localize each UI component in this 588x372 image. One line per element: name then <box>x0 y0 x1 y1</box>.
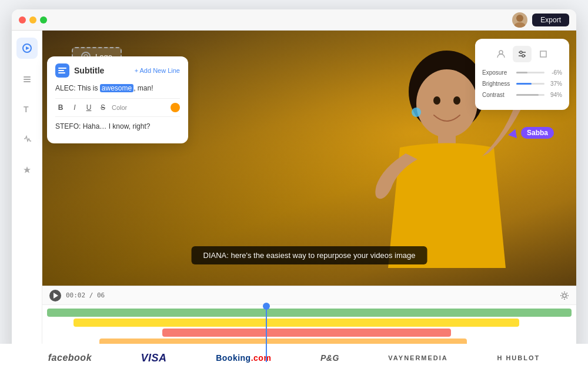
sabba-cursor-label: Sabba <box>521 127 554 139</box>
svg-point-9 <box>416 69 477 138</box>
sabba-cursor-arrow <box>508 128 520 139</box>
exposure-row: Exposure -6% <box>482 69 562 76</box>
subtitle-line-1: ALEC: This is awesome, man! <box>55 83 180 93</box>
sidebar-icon-media[interactable] <box>16 38 38 59</box>
brand-visa: VISA <box>141 352 167 364</box>
traffic-lights <box>19 16 47 24</box>
sabba-cursor: Sabba <box>509 127 554 139</box>
svg-point-19 <box>499 51 503 54</box>
svg-point-15 <box>563 294 566 297</box>
strikethrough-button[interactable]: S <box>98 102 108 113</box>
underline-button[interactable]: U <box>83 102 94 113</box>
maximize-button[interactable] <box>40 16 47 24</box>
bold-button[interactable]: B <box>55 102 66 113</box>
export-button[interactable]: Export <box>532 14 569 26</box>
sidebar-icon-effects[interactable] <box>16 160 38 181</box>
svg-point-0 <box>516 15 523 22</box>
contrast-row: Contrast 94% <box>482 92 562 98</box>
subtitle-panel-header: Subtitle + Add New Line <box>55 63 180 78</box>
subtitle-line-2: STEFO: Haha… I know, right? <box>55 122 180 132</box>
brand-facebook: facebook <box>48 353 92 363</box>
line1-suffix: , man! <box>133 84 153 92</box>
brand-bar: facebook VISA Booking.com P&G VAYNERMEDI… <box>0 344 588 372</box>
svg-point-23 <box>522 55 524 57</box>
svg-point-21 <box>520 51 522 53</box>
contrast-slider[interactable] <box>516 94 544 96</box>
italic-button[interactable]: I <box>69 102 80 113</box>
svg-rect-16 <box>58 68 66 69</box>
svg-point-11 <box>453 96 460 105</box>
minimize-button[interactable] <box>29 16 36 24</box>
playhead[interactable] <box>266 305 267 362</box>
brightness-fill <box>516 83 532 85</box>
svg-text:T: T <box>24 105 29 114</box>
brand-vaynermedia: VAYNERMEDIA <box>388 354 447 361</box>
svg-marker-3 <box>26 46 29 50</box>
brightness-row: Brightness 37% <box>482 81 562 87</box>
contrast-value: 94% <box>548 92 562 98</box>
tab-adjustments[interactable] <box>513 46 532 62</box>
brand-pg: P&G <box>320 353 339 363</box>
svg-point-12 <box>412 108 421 117</box>
playback-controls: 00:02 / 06 <box>42 286 576 305</box>
app-window: Export T <box>12 9 576 362</box>
brightness-label: Brightness <box>482 81 513 87</box>
tab-person[interactable] <box>492 46 510 62</box>
exposure-value: -6% <box>548 69 562 76</box>
avatar <box>512 12 527 28</box>
contrast-fill <box>516 94 539 96</box>
sidebar-icon-text[interactable]: T <box>16 99 38 120</box>
track-red[interactable] <box>162 329 451 337</box>
svg-rect-18 <box>58 72 65 73</box>
svg-rect-5 <box>24 79 31 80</box>
sidebar: T <box>12 31 42 362</box>
sidebar-icon-layers[interactable] <box>16 68 38 89</box>
svg-rect-17 <box>58 70 64 71</box>
brand-booking: Booking.com <box>216 353 271 363</box>
time-display: 00:02 / 06 <box>66 291 105 299</box>
track-yellow[interactable] <box>74 319 519 327</box>
sidebar-icon-audio[interactable] <box>16 129 38 150</box>
color-label: Color <box>112 104 127 111</box>
format-toolbar: B I U S Color <box>55 98 180 117</box>
close-button[interactable] <box>19 16 26 24</box>
video-subtitle: DIANA: here's the easiest way to repurpo… <box>192 246 427 264</box>
svg-rect-6 <box>24 81 31 82</box>
svg-rect-24 <box>540 51 546 57</box>
brightness-slider[interactable] <box>516 83 544 85</box>
color-picker[interactable] <box>171 103 180 112</box>
svg-point-10 <box>433 96 440 105</box>
svg-point-1 <box>514 22 526 28</box>
play-icon <box>54 293 58 299</box>
adjustments-panel: Exposure -6% Brightness 37% Contrast 94% <box>475 39 569 110</box>
line1-highlight: awesome <box>100 84 133 92</box>
exposure-label: Exposure <box>482 69 513 76</box>
settings-icon[interactable] <box>560 291 569 300</box>
track-green[interactable] <box>47 309 572 317</box>
subtitle-panel: Subtitle + Add New Line ALEC: This is aw… <box>47 56 188 143</box>
play-button[interactable] <box>49 290 61 301</box>
line1-prefix: ALEC: This is <box>55 84 100 92</box>
subtitle-panel-title: Subtitle <box>74 66 104 75</box>
add-new-line-button[interactable]: + Add New Line <box>135 67 180 74</box>
subtitle-panel-icon <box>55 63 69 78</box>
svg-rect-4 <box>24 76 31 78</box>
title-bar: Export <box>12 9 576 31</box>
panel-tabs <box>482 46 562 62</box>
contrast-label: Contrast <box>482 92 513 98</box>
brand-hublot: H HUBLOT <box>497 354 540 361</box>
tab-crop[interactable] <box>534 46 553 62</box>
exposure-fill <box>516 72 527 73</box>
exposure-slider[interactable] <box>516 72 544 73</box>
brightness-value: 37% <box>548 81 562 87</box>
